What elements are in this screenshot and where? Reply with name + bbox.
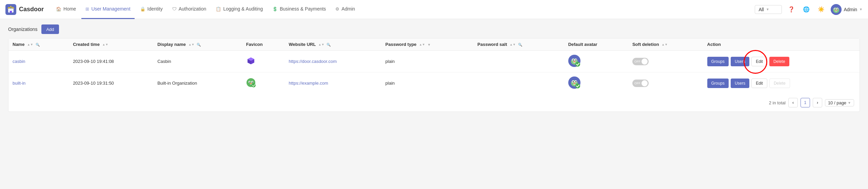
theme-button[interactable]: ☀️ [816, 4, 827, 15]
cell-action-casbin: Groups Users Edit Delete [703, 51, 860, 72]
sort-salt-icon[interactable]: ▲▼ [510, 43, 516, 46]
pagination-next[interactable]: › [813, 98, 822, 107]
svg-point-17 [575, 59, 576, 61]
sort-created-icon[interactable]: ▲▼ [102, 43, 108, 46]
svg-point-16 [572, 59, 574, 61]
name-link-builtin[interactable]: built-in [13, 81, 25, 86]
favicon-icon-builtin [246, 78, 256, 87]
user-management-icon: ⊞ [85, 6, 89, 12]
cell-created-builtin: 2023-09-10 19:31:50 [69, 72, 153, 94]
nav-business-payments[interactable]: 💲 Business & Payments [268, 0, 330, 19]
svg-point-24 [252, 82, 253, 83]
col-favicon: Favicon [242, 38, 285, 51]
edit-button-builtin[interactable]: Edit [751, 79, 767, 88]
col-password-type: Password type ▲▼ ▼ [381, 38, 473, 51]
cell-url-casbin: https://door.casdoor.com [284, 51, 381, 72]
identity-icon: 🔒 [140, 6, 145, 12]
cell-pwtype-builtin: plain [381, 72, 473, 94]
delete-button-casbin[interactable]: Delete [769, 57, 789, 66]
cell-favicon-casbin [242, 51, 285, 72]
table-header-row: Name ▲▼ 🔍 Created time ▲▼ Display name ▲… [8, 38, 860, 51]
pagination: 2 in total ‹ 1 › 10 / page ▼ [8, 94, 860, 111]
cell-name-builtin: built-in [8, 72, 69, 94]
url-link-casbin[interactable]: https://door.casdoor.com [289, 59, 337, 64]
nav-logging-auditing[interactable]: 📋 Logging & Auditing [212, 0, 267, 19]
avatar [831, 4, 842, 15]
search-display-icon[interactable]: 🔍 [197, 43, 201, 47]
svg-rect-25 [250, 83, 252, 84]
users-button-builtin[interactable]: Users [731, 79, 749, 88]
pagination-prev[interactable]: ‹ [788, 98, 798, 107]
url-link-builtin[interactable]: https://example.com [289, 81, 328, 86]
svg-point-23 [249, 82, 250, 83]
user-avatar-area[interactable]: Admin ▼ [831, 4, 863, 15]
help-button[interactable]: ❓ [786, 4, 797, 15]
logo-icon [5, 4, 16, 15]
delete-button-builtin: Delete [769, 79, 790, 88]
default-avatar-builtin [568, 76, 580, 89]
table-header: Organizations Add [8, 24, 860, 34]
col-action: Action [703, 38, 860, 51]
action-group-casbin: Groups Users Edit Delete [707, 57, 855, 66]
page-size-value: 10 / page [828, 100, 846, 105]
nav-home-label: Home [63, 6, 76, 12]
edit-button-casbin[interactable]: Edit [751, 57, 767, 66]
search-url-icon[interactable]: 🔍 [327, 43, 331, 47]
sort-name-icon[interactable]: ▲▼ [27, 43, 33, 46]
sort-pwtype-icon[interactable]: ▲▼ [419, 43, 425, 46]
col-name: Name ▲▼ 🔍 [8, 38, 69, 51]
table-row: casbin 2023-09-10 19:41:08 Casbin [8, 51, 860, 72]
svg-rect-33 [573, 83, 575, 84]
cell-avatar-builtin [564, 72, 628, 94]
col-website-url: Website URL ▲▼ 🔍 [284, 38, 381, 51]
cell-softdel-builtin: OFF [628, 72, 703, 94]
nav-authorization[interactable]: 🛡 Authorization [168, 0, 211, 19]
cell-url-builtin: https://example.com [284, 72, 381, 94]
users-button-casbin[interactable]: Users [731, 57, 749, 66]
chevron-down-icon: ▼ [766, 7, 769, 11]
cell-softdel-casbin: OFF [628, 51, 703, 72]
navbar: Casdoor 🏠 Home ⊞ User Management 🔒 Ident… [0, 0, 868, 19]
sort-url-icon[interactable]: ▲▼ [318, 43, 324, 46]
cell-displayname-builtin: Built-in Organization [153, 72, 242, 94]
groups-button-builtin[interactable]: Groups [707, 79, 729, 88]
section-label: Organizations [8, 27, 37, 32]
nav-logging-label: Logging & Auditing [223, 6, 263, 12]
svg-point-32 [575, 81, 576, 83]
search-salt-icon[interactable]: 🔍 [518, 43, 522, 47]
nav-user-management[interactable]: ⊞ User Management [81, 0, 134, 19]
nav-user-management-label: User Management [91, 6, 130, 12]
nav-home[interactable]: 🏠 Home [52, 0, 80, 19]
cell-action-builtin: Groups Users Edit Delete [703, 72, 860, 94]
cell-favicon-builtin [242, 72, 285, 94]
svg-point-31 [572, 81, 574, 83]
business-icon: 💲 [272, 6, 278, 12]
scope-select[interactable]: All ▼ [755, 5, 782, 14]
default-avatar-casbin [568, 55, 580, 67]
col-default-avatar: Default avatar [564, 38, 628, 51]
page-size-select[interactable]: 10 / page ▼ [825, 99, 854, 106]
filter-pwtype-icon[interactable]: ▼ [427, 43, 431, 47]
svg-rect-18 [573, 61, 575, 63]
nav-admin[interactable]: ⚙ Admin [331, 0, 359, 19]
toggle-softdel-builtin[interactable]: OFF [632, 80, 649, 87]
toggle-softdel-casbin[interactable]: OFF [632, 58, 649, 65]
nav-identity[interactable]: 🔒 Identity [136, 0, 167, 19]
col-password-salt: Password salt ▲▼ 🔍 [473, 38, 564, 51]
admin-icon: ⚙ [335, 6, 339, 12]
brand-logo[interactable]: Casdoor [5, 4, 44, 15]
authorization-icon: 🛡 [172, 6, 177, 12]
col-soft-deletion: Soft deletion ▲▼ [628, 38, 703, 51]
globe-button[interactable]: 🌐 [801, 4, 812, 15]
groups-button-casbin[interactable]: Groups [707, 57, 729, 66]
sort-softdel-icon[interactable]: ▲▼ [662, 43, 668, 46]
pagination-current-page[interactable]: 1 [801, 98, 810, 107]
cell-avatar-casbin [564, 51, 628, 72]
pagination-total: 2 in total [769, 100, 786, 105]
sort-display-icon[interactable]: ▲▼ [189, 43, 195, 46]
toggle-dot [642, 80, 648, 86]
action-group-builtin: Groups Users Edit Delete [707, 79, 855, 88]
search-name-icon[interactable]: 🔍 [36, 43, 40, 47]
add-button[interactable]: Add [41, 24, 59, 34]
name-link-casbin[interactable]: casbin [13, 59, 25, 64]
